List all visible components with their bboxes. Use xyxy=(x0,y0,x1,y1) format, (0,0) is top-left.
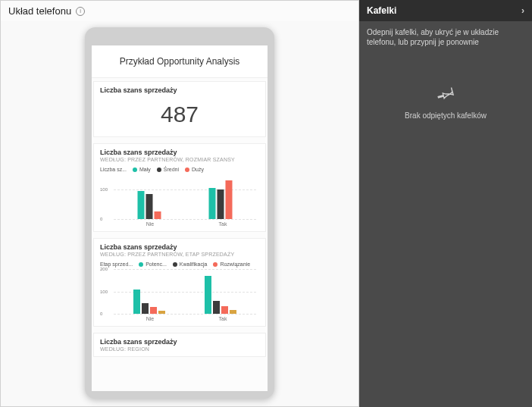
swatch-icon xyxy=(173,262,177,267)
tile-bar-stage[interactable]: Liczba szans sprzedaży WEDŁUG: PRZEZ PAR… xyxy=(93,238,266,327)
tile-kpi-value: 487 xyxy=(100,94,259,132)
tiles-panel-title: Kafelki xyxy=(367,5,396,16)
legend-item: Rozwiązanie xyxy=(213,261,250,267)
swatch-icon xyxy=(139,262,143,267)
tiles-empty-text: Brak odpiętych kafelków xyxy=(359,111,532,120)
info-icon[interactable]: i xyxy=(76,7,85,16)
tile-bar-stage-subtitle: WEDŁUG: PRZEZ PARTNERÓW, ETAP SPRZEDAŻY xyxy=(100,252,259,257)
swatch-icon xyxy=(185,167,189,172)
chart-bar-size: 0100 xyxy=(114,174,256,220)
legend-item: Kwalifikacja xyxy=(173,261,208,267)
swatch-icon xyxy=(157,167,161,172)
tiles-panel-header[interactable]: Kafelki › xyxy=(359,0,532,21)
tiles-panel-help: Odepnij kafelki, aby ukryć je w układzie… xyxy=(359,21,532,53)
tile-kpi-title: Liczba szans sprzedaży xyxy=(100,86,259,94)
chart-bar-stage: 0100200 xyxy=(114,269,256,315)
legend-item: Średni xyxy=(157,167,179,172)
left-header: Układ telefonu i xyxy=(1,1,358,21)
x-label: Nie xyxy=(114,316,186,321)
tile-region-subtitle: WEDŁUG: REGION xyxy=(100,346,259,352)
phone-frame: Przykład Opportunity Analysis Liczba sza… xyxy=(85,27,274,399)
chevron-right-icon: › xyxy=(521,5,524,16)
unpin-icon xyxy=(432,80,458,108)
dashboard-title: Przykład Opportunity Analysis xyxy=(92,45,268,78)
legend-axis-label: Etap sprzed... xyxy=(100,261,133,267)
x-axis-labels: Nie Tak xyxy=(114,316,259,321)
tile-bar-size-legend: Liczba sz... Mały Średni Duży xyxy=(100,167,259,172)
tile-bar-size[interactable]: Liczba szans sprzedaży WEDŁUG: PRZEZ PAR… xyxy=(93,143,266,232)
legend-item: Potenc... xyxy=(139,261,167,267)
canvas-area: Przykład Opportunity Analysis Liczba sza… xyxy=(1,21,358,406)
swatch-icon xyxy=(213,262,217,267)
swatch-icon xyxy=(133,167,137,172)
x-label: Nie xyxy=(114,221,186,227)
phone-screen: Przykład Opportunity Analysis Liczba sza… xyxy=(92,45,268,391)
tile-bar-size-subtitle: WEDŁUG: PRZEZ PARTNERÓW, ROZMIAR SZANSY xyxy=(100,157,259,162)
tile-kpi[interactable]: Liczba szans sprzedaży 487 xyxy=(93,81,266,137)
tiles-empty-state: Brak odpiętych kafelków xyxy=(359,83,532,120)
tile-region[interactable]: Liczba szans sprzedaży WEDŁUG: REGION xyxy=(93,333,266,357)
phone-layout-panel: Układ telefonu i Przykład Opportunity An… xyxy=(0,0,359,407)
x-axis-labels: Nie Tak xyxy=(114,221,259,227)
tile-region-title: Liczba szans sprzedaży xyxy=(100,338,259,346)
left-header-title: Układ telefonu xyxy=(8,5,71,17)
legend-item: Duży xyxy=(185,167,204,172)
tile-bar-stage-legend: Etap sprzed... Potenc... Kwalifikacja Ro… xyxy=(100,261,259,267)
tile-bar-stage-title: Liczba szans sprzedaży xyxy=(100,243,259,251)
tiles-panel: Kafelki › Odepnij kafelki, aby ukryć je … xyxy=(359,0,532,407)
x-label: Tak xyxy=(186,316,259,321)
legend-item: Mały xyxy=(133,167,151,172)
legend-axis-label: Liczba sz... xyxy=(100,167,127,172)
tile-bar-size-title: Liczba szans sprzedaży xyxy=(100,149,259,156)
x-label: Tak xyxy=(186,221,259,227)
